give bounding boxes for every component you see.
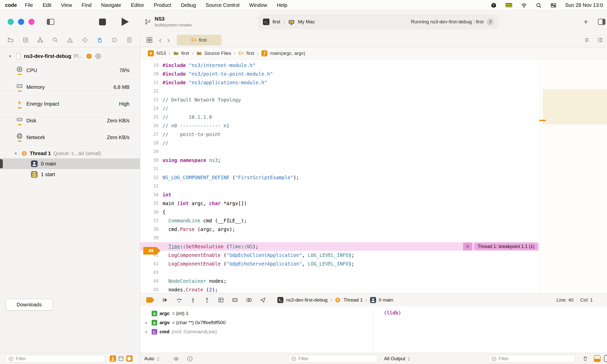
back-button[interactable]: ‹ — [156, 36, 164, 44]
forward-button[interactable]: › — [164, 36, 172, 44]
jumpbar-crumb[interactable]: Source Files — [196, 51, 231, 56]
debug-crumb[interactable]: 0 main — [370, 297, 393, 303]
code-line-30[interactable]: 30using namespace ns3; — [140, 156, 539, 164]
inspector-area-toggle-icon[interactable] — [604, 355, 607, 362]
line-number[interactable]: 45 — [140, 287, 163, 292]
stack-frame-row[interactable]: 1 start — [0, 169, 140, 180]
spotlight-search-icon[interactable] — [536, 2, 542, 8]
code-line-23[interactable]: 23// Default Network Topology — [140, 95, 539, 104]
gauge-row-cpu[interactable]: CPU78% — [0, 62, 140, 79]
code-line-36[interactable]: 36{ — [140, 208, 539, 216]
keyboard-layout-flag-icon[interactable] — [505, 3, 512, 8]
code-line-35[interactable]: 35main (int argc, char *argv[]) — [140, 199, 539, 208]
stop-button[interactable] — [99, 19, 106, 25]
code-line-25[interactable]: 25// 10.1.1.0 — [140, 113, 539, 121]
code-line-20[interactable]: 20#include "ns3/point-to-point-module.h" — [140, 70, 539, 78]
status-badge[interactable]: 2 — [487, 18, 494, 26]
console-view[interactable]: (lldb) — [373, 306, 607, 353]
breakpoints-toggle-icon[interactable] — [146, 297, 154, 303]
menu-item-window[interactable]: Window — [244, 2, 272, 8]
source-editor[interactable]: 19#include "ns3/internet-module.h"20#inc… — [140, 59, 607, 293]
process-row[interactable]: ▾ ns3-dev-first-debug Pl... i — [0, 50, 140, 62]
line-number[interactable]: 42 — [140, 261, 163, 266]
menu-item-find[interactable]: Find — [77, 2, 96, 8]
line-number[interactable]: 32 — [140, 175, 163, 180]
step-over-icon[interactable] — [176, 297, 182, 303]
line-number[interactable]: 26 — [140, 123, 163, 128]
breakpoint-annotation[interactable]: ≡Thread 1: breakpoint 1.1 (1) — [463, 243, 538, 250]
line-number[interactable]: 43 — [140, 270, 163, 275]
source-control-navigator-icon[interactable] — [23, 37, 28, 43]
adjust-editor-icon[interactable] — [597, 37, 603, 43]
menu-item-navigate[interactable]: Navigate — [96, 2, 126, 8]
variables-filter-field[interactable]: Filter — [288, 355, 378, 362]
code-line-42[interactable]: 42 LogComponentEnable ("UdpEchoServerApp… — [140, 259, 539, 268]
line-number[interactable]: 34 — [140, 192, 163, 197]
menu-item-help[interactable]: Help — [272, 2, 292, 8]
line-number[interactable]: 24 — [140, 106, 163, 111]
code-line-21[interactable]: 21#include "ns3/applications-module.h" — [140, 78, 539, 87]
code-line-41[interactable]: 41 LogComponentEnable ("UdpEchoClientApp… — [140, 251, 539, 259]
disclosure-triangle-icon[interactable]: ▸ — [144, 320, 149, 325]
line-number[interactable]: 36 — [140, 209, 163, 214]
code-line-24[interactable]: 24// — [140, 104, 539, 113]
debug-view-hierarchy-icon[interactable] — [218, 297, 224, 303]
pause-badge-icon[interactable] — [95, 53, 101, 59]
console-output-select[interactable]: All Output — [384, 353, 411, 364]
debug-navigator-icon[interactable] — [97, 37, 103, 43]
jumpbar-crumb[interactable]: ANS3 — [148, 50, 166, 56]
line-number[interactable]: 33 — [140, 184, 163, 189]
app-menu-name[interactable]: code — [5, 2, 17, 8]
gauge-row-disk[interactable]: DiskZero KB/s — [0, 112, 140, 129]
clear-console-trash-icon[interactable] — [582, 356, 588, 361]
window-close-button[interactable] — [8, 19, 14, 25]
code-line-37[interactable]: 37 CommandLine cmd (__FILE__); — [140, 216, 539, 225]
menu-icon[interactable]: ≡ — [463, 243, 472, 250]
jumpbar-crumb[interactable]: first — [173, 51, 189, 56]
line-number[interactable]: 29 — [140, 149, 163, 154]
line-number[interactable]: 41 — [140, 253, 163, 258]
frames-filter-button[interactable] — [118, 355, 124, 362]
inspector-toggle-icon[interactable] — [598, 19, 605, 25]
code-line-26[interactable]: 26// n0 -------------- n1 — [140, 121, 539, 130]
debug-area-toggle-icon[interactable] — [594, 355, 601, 362]
thread-row[interactable]: ▾ Thread 1 Queue: c...ad (serial) — [0, 148, 140, 158]
run-button[interactable] — [122, 18, 129, 26]
menu-item-view[interactable]: View — [56, 2, 77, 8]
line-number[interactable]: 20 — [140, 71, 163, 76]
line-number[interactable]: 25 — [140, 114, 163, 120]
wifi-icon[interactable] — [521, 2, 527, 8]
tab-first[interactable]: C+ first — [177, 35, 221, 45]
code-line-32[interactable]: 32NS_LOG_COMPONENT_DEFINE ("FirstScriptE… — [140, 173, 539, 182]
navigator-filter-field[interactable]: Filter — [6, 355, 105, 362]
disclosure-triangle-icon[interactable]: ▾ — [15, 151, 19, 156]
tests-navigator-icon[interactable] — [82, 37, 88, 43]
code-line-27[interactable]: 27// point-to-point — [140, 130, 539, 139]
line-number[interactable]: 21 — [140, 80, 163, 85]
code-line-34[interactable]: 34int — [140, 190, 539, 199]
line-number[interactable]: 44 — [140, 278, 163, 284]
continue-icon[interactable] — [162, 297, 168, 303]
info-badge-icon[interactable]: i — [86, 53, 92, 59]
variable-row[interactable]: ▸Lcmd(ns3::CommandLine) — [144, 327, 373, 336]
code-line-40[interactable]: 40 Time::SetResolution (Time::NS);≡Threa… — [140, 242, 539, 251]
downloads-button[interactable]: Downloads — [6, 299, 53, 310]
breakpoints-navigator-icon[interactable] — [112, 37, 118, 43]
code-line-43[interactable]: 43 — [140, 268, 539, 277]
code-line-19[interactable]: 19#include "ns3/internet-module.h" — [140, 61, 539, 70]
xcode-cube-icon[interactable] — [491, 2, 497, 8]
code-line-44[interactable]: 44 NodeContainer nodes; — [140, 277, 539, 285]
code-line-31[interactable]: 31 — [140, 164, 539, 173]
code-line-29[interactable]: 29 — [140, 147, 539, 156]
jumpbar-crumb[interactable]: fmain(argc, argv) — [261, 50, 305, 56]
gauges-filter-button[interactable] — [110, 355, 116, 362]
line-number[interactable]: 27 — [140, 132, 163, 137]
window-minimize-button[interactable] — [18, 19, 24, 25]
active-destination[interactable]: My Mac — [298, 19, 315, 25]
menu-item-product[interactable]: Product — [149, 2, 176, 8]
navigator-toggle-icon[interactable] — [47, 19, 54, 25]
menu-item-debug[interactable]: Debug — [176, 2, 201, 8]
debug-crumb[interactable]: Thread 1 — [335, 297, 363, 303]
disclosure-triangle-icon[interactable]: ▾ — [9, 54, 13, 59]
library-add-icon[interactable]: + — [583, 17, 588, 27]
